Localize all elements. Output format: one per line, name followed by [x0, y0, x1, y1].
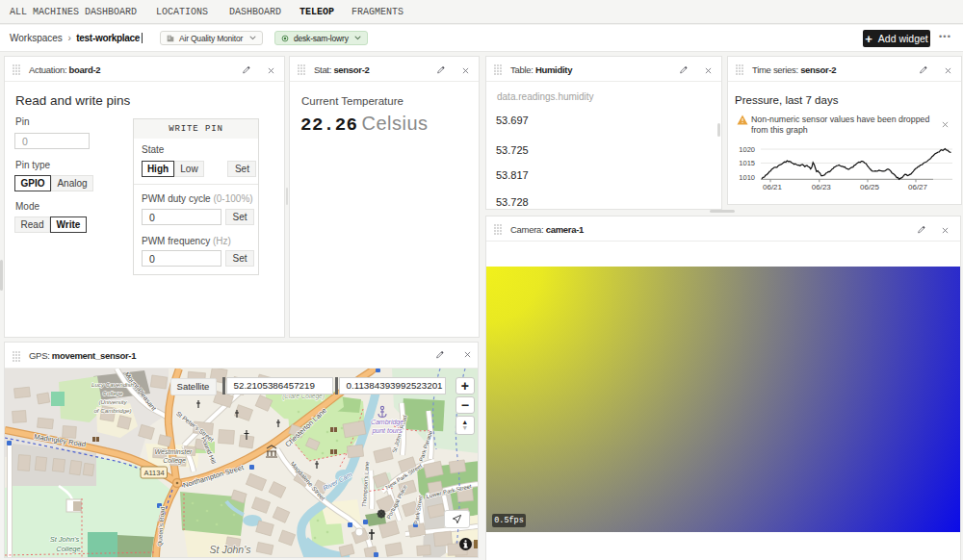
svg-text:College: College [163, 457, 186, 465]
svg-text:06/25: 06/25 [860, 183, 880, 191]
svg-text:College: College [56, 545, 80, 553]
svg-text:1010: 1010 [739, 173, 755, 182]
svg-text:(University: (University [98, 398, 127, 405]
svg-text:06/23: 06/23 [812, 183, 832, 191]
svg-text:A1134: A1134 [143, 469, 164, 477]
svg-text:06/27: 06/27 [908, 183, 928, 191]
svg-text:St John's: St John's [210, 544, 252, 555]
svg-text:Cambridge: Cambridge [371, 419, 403, 426]
svg-text:College: College [103, 390, 124, 396]
svg-text:06/21: 06/21 [763, 183, 783, 191]
svg-text:1015: 1015 [739, 159, 755, 167]
svg-text:1020: 1020 [739, 145, 755, 154]
svg-text:Westminster: Westminster [155, 448, 193, 455]
svg-text:punt tours: punt tours [371, 427, 403, 435]
svg-text:St John's: St John's [50, 535, 80, 544]
svg-text:of Cambridge): of Cambridge) [93, 407, 131, 414]
svg-text:Lucy Cavendish: Lucy Cavendish [91, 381, 135, 388]
